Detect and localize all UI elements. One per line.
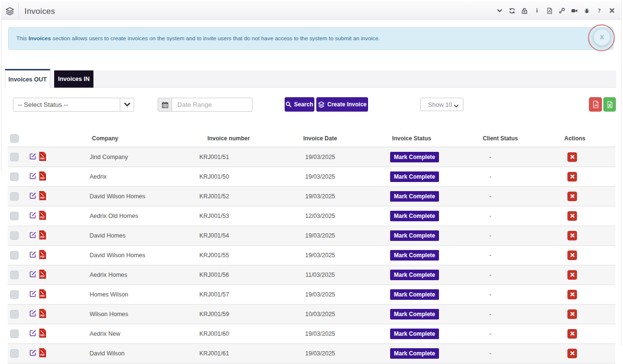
cell-invoice-date: 19/03/2025 xyxy=(293,343,347,363)
header-client-status: Client Status xyxy=(476,130,524,147)
bug-icon[interactable] xyxy=(584,8,590,14)
window-titlebar: Invoices i xyxy=(1,1,621,20)
tab-invoices-out[interactable]: Invoices OUT xyxy=(5,69,50,88)
cell-client-status: - xyxy=(476,186,524,206)
titlebar-actions: i xyxy=(496,1,615,20)
delete-invoice-button[interactable] xyxy=(567,270,577,280)
invoice-row: PDF Aedrix Old Homes KRJ001/53 12/03/202… xyxy=(8,206,615,226)
row-checkbox[interactable] xyxy=(10,192,19,201)
mark-complete-button[interactable]: Mark Complete xyxy=(390,309,439,319)
invoice-row: PDF David Wilson Homes KRJ001/55 19/03/2… xyxy=(8,245,615,265)
invoice-pdf-icon[interactable]: PDF xyxy=(39,250,46,261)
invoice-row: PDF Aedrix KRJ001/50 19/03/2025 Mark Com… xyxy=(8,167,615,186)
edit-invoice-icon[interactable] xyxy=(30,330,36,338)
show-entries-value: Show 10 xyxy=(428,101,452,108)
delete-invoice-button[interactable] xyxy=(567,309,577,319)
invoice-pdf-icon[interactable]: PDF xyxy=(39,211,46,221)
row-checkbox[interactable] xyxy=(10,271,19,279)
close-window-icon[interactable] xyxy=(609,8,615,14)
cell-client-status: - xyxy=(476,206,524,226)
file-pdf-icon[interactable] xyxy=(546,8,553,14)
mark-complete-button[interactable]: Mark Complete xyxy=(390,250,439,261)
row-checkbox[interactable] xyxy=(10,172,19,181)
invoice-pdf-icon[interactable]: PDF xyxy=(39,171,46,182)
tab-invoices-in[interactable]: Invoices IN xyxy=(54,70,93,88)
cell-client-status: - xyxy=(476,245,524,265)
delete-invoice-button[interactable] xyxy=(567,152,577,162)
cell-invoice-date: 19/03/2025 xyxy=(293,245,347,265)
export-pdf-button[interactable] xyxy=(589,97,602,112)
header-invoice-status: Invoice Status xyxy=(347,130,476,147)
row-checkbox[interactable] xyxy=(10,212,19,220)
delete-invoice-button[interactable] xyxy=(567,211,577,221)
window-right-border xyxy=(621,1,622,345)
row-checkbox[interactable] xyxy=(10,330,19,338)
delete-invoice-button[interactable] xyxy=(567,172,577,182)
mark-complete-button[interactable]: Mark Complete xyxy=(390,230,439,241)
edit-invoice-icon[interactable] xyxy=(30,231,36,239)
edit-invoice-icon[interactable] xyxy=(30,192,36,200)
mark-complete-button[interactable]: Mark Complete xyxy=(390,289,439,300)
delete-invoice-button[interactable] xyxy=(567,250,577,260)
svg-text:PDF: PDF xyxy=(40,157,45,159)
help-icon[interactable]: ? xyxy=(596,8,602,14)
mark-complete-button[interactable]: Mark Complete xyxy=(390,191,439,202)
invoice-pdf-icon[interactable]: PDF xyxy=(39,309,46,319)
edit-invoice-icon[interactable] xyxy=(30,290,36,298)
tab-strip: Invoices OUT Invoices IN xyxy=(5,70,616,88)
header-company: Company xyxy=(54,130,164,147)
edit-invoice-icon[interactable] xyxy=(30,172,36,181)
unlock-icon[interactable] xyxy=(521,8,528,14)
page-title: Invoices xyxy=(24,7,55,16)
delete-invoice-button[interactable] xyxy=(567,329,577,339)
svg-text:PDF: PDF xyxy=(40,353,45,356)
show-entries-select[interactable]: Show 10 xyxy=(420,98,463,111)
invoice-pdf-icon[interactable]: PDF xyxy=(39,152,46,162)
status-select[interactable]: -- Select Status -- xyxy=(13,98,134,112)
row-checkbox[interactable] xyxy=(10,251,19,260)
delete-invoice-button[interactable] xyxy=(567,349,577,358)
invoice-pdf-icon[interactable]: PDF xyxy=(39,348,46,359)
delete-invoice-button[interactable] xyxy=(567,231,577,240)
header-actions: Actions xyxy=(524,130,615,147)
video-camera-icon[interactable] xyxy=(571,8,577,14)
edit-invoice-icon[interactable] xyxy=(30,349,36,357)
row-checkbox[interactable] xyxy=(10,290,19,299)
status-select-caret[interactable] xyxy=(120,98,134,111)
chevron-down-icon[interactable] xyxy=(496,8,503,14)
export-excel-button[interactable] xyxy=(603,97,616,112)
edit-invoice-icon[interactable] xyxy=(30,153,36,161)
delete-invoice-button[interactable] xyxy=(567,290,577,299)
create-invoice-button[interactable]: Create Invoice xyxy=(316,97,368,112)
cell-company: David Wilson Homes xyxy=(54,245,164,265)
edit-invoice-icon[interactable] xyxy=(30,271,36,279)
mark-complete-button[interactable]: Mark Complete xyxy=(390,270,439,280)
invoice-pdf-icon[interactable]: PDF xyxy=(39,270,46,280)
refresh-icon[interactable] xyxy=(509,8,515,14)
nodes-icon[interactable] xyxy=(559,8,565,14)
edit-invoice-icon[interactable] xyxy=(30,251,36,259)
banner-dismiss-button[interactable]: X xyxy=(594,29,610,46)
date-range-input[interactable] xyxy=(172,98,253,112)
delete-invoice-button[interactable] xyxy=(567,192,577,201)
mark-complete-button[interactable]: Mark Complete xyxy=(390,171,439,182)
mark-complete-button[interactable]: Mark Complete xyxy=(390,348,439,359)
edit-invoice-icon[interactable] xyxy=(30,310,36,318)
row-checkbox[interactable] xyxy=(10,231,19,240)
row-checkbox[interactable] xyxy=(10,349,19,358)
search-button[interactable]: Search xyxy=(285,97,314,112)
cell-invoice-number: KRJ001/60 xyxy=(164,324,293,343)
invoice-pdf-icon[interactable]: PDF xyxy=(39,191,46,202)
layers-icon[interactable] xyxy=(5,7,14,15)
mark-complete-button[interactable]: Mark Complete xyxy=(390,329,439,339)
mark-complete-button[interactable]: Mark Complete xyxy=(390,152,439,162)
row-checkbox[interactable] xyxy=(10,153,19,161)
row-checkbox[interactable] xyxy=(10,310,19,318)
info-icon[interactable]: i xyxy=(534,8,540,14)
invoice-pdf-icon[interactable]: PDF xyxy=(39,289,46,300)
select-all-checkbox[interactable] xyxy=(10,134,19,143)
mark-complete-button[interactable]: Mark Complete xyxy=(390,211,439,221)
edit-invoice-icon[interactable] xyxy=(30,212,36,220)
invoice-pdf-icon[interactable]: PDF xyxy=(39,329,46,339)
invoice-pdf-icon[interactable]: PDF xyxy=(39,230,46,241)
